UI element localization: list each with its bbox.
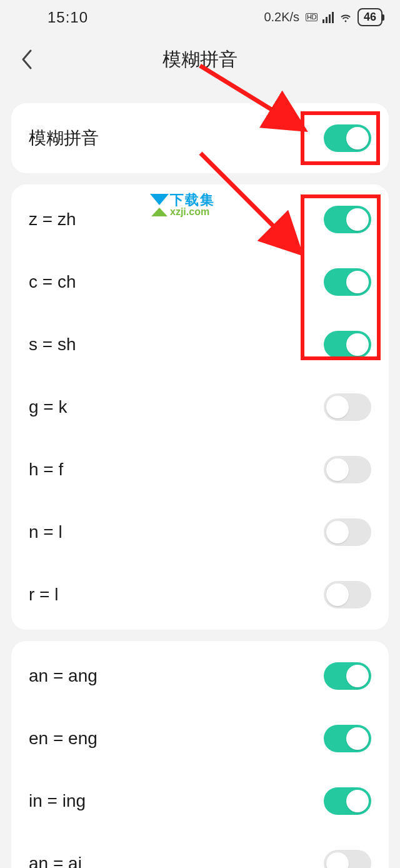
group1-label: c = ch: [29, 272, 76, 292]
group1-label: g = k: [29, 397, 67, 417]
battery-indicator: 46: [358, 8, 382, 26]
group1-toggle[interactable]: [324, 518, 371, 546]
status-indicators: 0.2K/s HD 46: [264, 8, 382, 26]
page-title: 模糊拼音: [162, 47, 238, 73]
group2-row: en = eng: [11, 707, 389, 770]
master-label: 模糊拼音: [29, 126, 99, 150]
group2-toggle[interactable]: [324, 850, 371, 868]
group2-label: in = ing: [29, 791, 86, 811]
group1-row: h = f: [11, 438, 389, 501]
group2-toggle[interactable]: [324, 725, 371, 752]
group2-toggle[interactable]: [324, 662, 371, 690]
group1-label: s = sh: [29, 335, 76, 355]
status-time: 15:10: [48, 9, 88, 26]
group1-row: g = k: [11, 376, 389, 438]
wifi-icon: [339, 11, 352, 24]
title-bar: 模糊拼音: [0, 34, 400, 84]
group2-row: in = ing: [11, 770, 389, 832]
group1-row: r = l: [11, 563, 389, 626]
group1-toggle[interactable]: [324, 268, 371, 296]
group2-toggle[interactable]: [324, 787, 371, 815]
master-toggle[interactable]: [324, 124, 371, 152]
group1-label: z = zh: [29, 209, 76, 230]
group1-toggle[interactable]: [324, 456, 371, 483]
group1-toggle[interactable]: [324, 393, 371, 421]
group1-label: n = l: [29, 522, 62, 542]
group2-label: en = eng: [29, 729, 98, 749]
group2-label: an = ai: [29, 854, 82, 868]
group1-toggle[interactable]: [324, 581, 371, 608]
back-button[interactable]: [14, 47, 39, 72]
group1-toggle[interactable]: [324, 331, 371, 358]
hd-indicator: HD: [306, 13, 318, 21]
signal-icon: [322, 12, 334, 23]
master-row: 模糊拼音: [11, 107, 389, 169]
group1-toggle[interactable]: [324, 206, 371, 233]
master-card: 模糊拼音: [11, 103, 389, 173]
group1-row: s = sh: [11, 313, 389, 376]
group2-label: an = ang: [29, 666, 98, 686]
group2-card: an = angen = engin = ingan = ai: [11, 641, 389, 868]
group1-row: n = l: [11, 501, 389, 563]
chevron-left-icon: [19, 48, 33, 71]
status-bar: 15:10 0.2K/s HD 46: [0, 0, 400, 34]
net-speed: 0.2K/s: [264, 10, 299, 24]
group1-card: z = zhc = chs = shg = kh = fn = lr = l: [11, 184, 389, 630]
group1-row: z = zh: [11, 188, 389, 251]
group1-label: r = l: [29, 585, 58, 605]
group1-row: c = ch: [11, 251, 389, 313]
group2-row: an = ang: [11, 645, 389, 707]
group1-label: h = f: [29, 460, 63, 480]
group2-row: an = ai: [11, 832, 389, 868]
